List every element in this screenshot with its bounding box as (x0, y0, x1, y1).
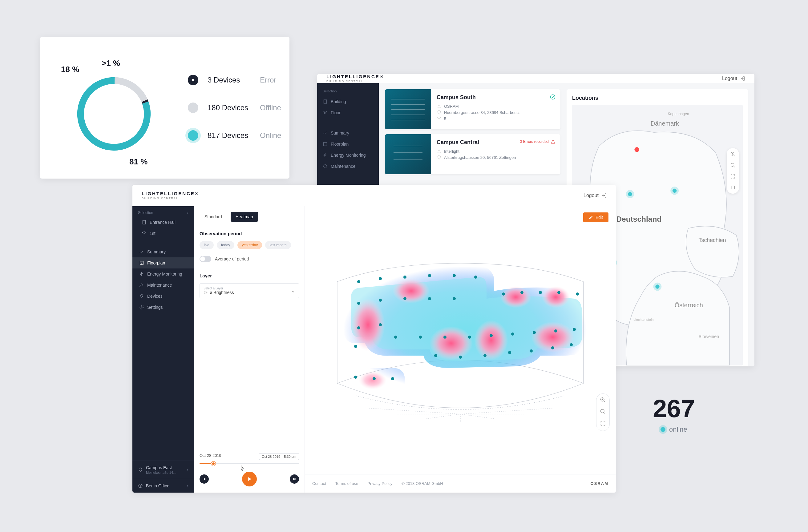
nav-devices[interactable]: Devices (132, 291, 194, 302)
warning-icon (551, 139, 555, 144)
pill-yesterday[interactable]: yesterday (237, 241, 262, 249)
location-addr: Nuernbergerstrasse 34, 23684 Scharbeutz (437, 110, 555, 115)
online-count-widget: 267 online (653, 394, 695, 434)
sb-office[interactable]: B Berlin Office › (132, 479, 194, 493)
play-button[interactable] (242, 472, 257, 487)
sb-floor[interactable]: 1st (132, 228, 194, 239)
device-status-donut: 18 % >1 % 81 % (58, 52, 169, 163)
footer-brand: OSRAM (591, 481, 608, 486)
chart-icon (139, 250, 144, 254)
location-card[interactable]: Campus South OSRAM Nuernbergerstrasse 34… (385, 89, 561, 129)
zoom-in-icon[interactable] (600, 397, 606, 404)
svg-point-32 (205, 292, 207, 293)
slider-thumb[interactable] (211, 461, 216, 466)
zoom-in-icon[interactable] (729, 150, 737, 158)
logout-button[interactable]: Logout (722, 76, 745, 81)
brand-name: LIGHTELLIGENCE® (142, 191, 199, 196)
sb-nav-maint[interactable]: Maintenance (317, 161, 379, 172)
legend-offline-count: 180 Devices (207, 104, 260, 112)
svg-point-55 (394, 335, 397, 339)
heatmap-stage[interactable] (305, 206, 616, 474)
pill-today[interactable]: today (217, 241, 234, 249)
sb-nav-floorplan[interactable]: Floorplan (317, 139, 379, 150)
footer-terms[interactable]: Terms of use (335, 481, 358, 486)
svg-point-40 (359, 371, 386, 389)
footer-privacy[interactable]: Privacy Policy (367, 481, 392, 486)
pin-icon (437, 155, 442, 160)
map-label-germany: Deutschland (616, 215, 661, 223)
sb-building[interactable]: Building (317, 96, 379, 107)
canvas-footer: Contact Terms of use Privacy Policy © 20… (305, 474, 616, 493)
chevron-right-icon: › (187, 483, 188, 488)
error-icon (188, 75, 198, 85)
nav-settings[interactable]: Settings (132, 302, 194, 313)
svg-point-71 (551, 346, 554, 349)
layers-icon (142, 231, 147, 236)
offline-icon (188, 103, 198, 113)
svg-point-51 (453, 297, 456, 300)
svg-point-72 (570, 343, 573, 346)
chevron-right-icon: › (187, 210, 188, 215)
tl-slider[interactable] (200, 463, 299, 464)
fullscreen-icon[interactable] (729, 184, 737, 191)
skip-back-button[interactable] (200, 474, 209, 484)
svg-point-59 (490, 334, 493, 337)
layers-icon (323, 110, 328, 115)
floors-icon (437, 116, 442, 121)
location-addr: Alsterkrugchaussee 20, 56761 Zettingen (437, 155, 555, 160)
svg-point-36 (474, 320, 508, 360)
skip-forward-button[interactable] (290, 474, 299, 484)
footer-contact[interactable]: Contact (312, 481, 326, 486)
device-legend: 3 Devices Error 180 Devices Offline 817 … (188, 66, 290, 149)
legend-error-count: 3 Devices (207, 76, 260, 84)
location-card[interactable]: Campus Central Interlight Alsterkrugchau… (385, 134, 561, 174)
location-org: OSRAM (437, 104, 555, 109)
zoom-out-icon[interactable] (600, 408, 606, 416)
svg-point-15 (634, 147, 639, 152)
avg-toggle[interactable] (200, 256, 211, 262)
brand: LIGHTELLIGENCE® BUILDING CENTRAL (142, 191, 199, 200)
donut-error-pct: >1 % (102, 58, 120, 68)
front-sidebar: Selection › Entrance Hall 1st Summary Fl… (132, 206, 194, 493)
sb-campus[interactable]: Campus East Meinekestraße 14… › (132, 461, 194, 479)
layer-select[interactable]: Select a Layer ø Brightness ⌄ (200, 283, 299, 298)
logout-icon (602, 193, 607, 198)
tab-standard[interactable]: Standard (200, 212, 227, 222)
svg-point-46 (474, 276, 477, 279)
nav-energy[interactable]: Energy Monitoring (132, 269, 194, 279)
svg-text:B: B (140, 485, 141, 487)
nav-summary[interactable]: Summary (132, 246, 194, 257)
nav-floorplan[interactable]: Floorplan (132, 257, 194, 269)
zoom-out-icon[interactable] (729, 162, 737, 169)
tab-heatmap[interactable]: Heatmap (231, 212, 258, 222)
sb-nav-energy[interactable]: Energy Monitoring (317, 150, 379, 161)
svg-rect-26 (731, 186, 735, 189)
logout-button[interactable]: Logout (584, 193, 607, 198)
svg-point-53 (379, 323, 382, 326)
svg-point-76 (354, 375, 357, 379)
sb-selection-header[interactable]: Selection › (132, 206, 194, 217)
svg-point-77 (372, 377, 376, 380)
donut-online-pct: 81 % (129, 157, 147, 167)
sb-building[interactable]: Entrance Hall (132, 217, 194, 228)
org-icon (437, 149, 442, 154)
status-error: 3 Errors recorded (520, 139, 555, 144)
svg-point-65 (520, 291, 524, 294)
map-title: Locations (572, 95, 743, 101)
sb-floor[interactable]: Floor (317, 107, 379, 118)
svg-point-57 (443, 335, 446, 339)
nav-maintenance[interactable]: Maintenance (132, 279, 194, 291)
pill-last-month[interactable]: last month (265, 241, 291, 249)
building-icon (142, 220, 147, 225)
floorplan-app-window: LIGHTELLIGENCE® BUILDING CENTRAL Logout … (132, 185, 616, 493)
svg-point-74 (459, 355, 462, 359)
map-label-czech: Tschechien (699, 237, 726, 243)
svg-point-43 (403, 276, 406, 279)
pin-icon (138, 467, 143, 472)
recenter-icon[interactable] (600, 420, 606, 428)
location-thumb (385, 134, 431, 174)
recenter-icon[interactable] (729, 173, 737, 180)
sb-nav-summary[interactable]: Summary (317, 127, 379, 139)
logout-label: Logout (584, 193, 599, 198)
pill-live[interactable]: live (200, 241, 214, 249)
